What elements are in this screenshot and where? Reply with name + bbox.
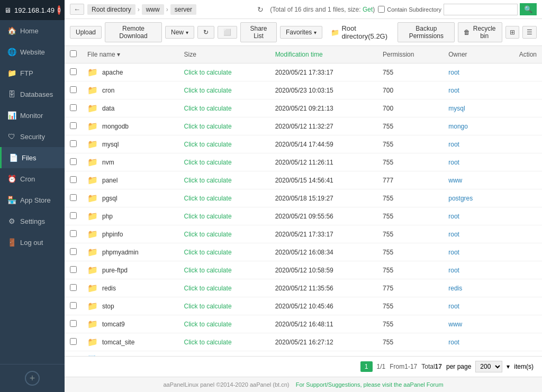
file-name[interactable]: mongodb	[102, 123, 129, 130]
owner[interactable]: root	[448, 267, 459, 274]
select-all-checkbox[interactable]	[70, 50, 77, 57]
row-checkbox-15[interactable]	[70, 338, 77, 345]
row-checkbox-1[interactable]	[70, 86, 77, 93]
owner[interactable]: root	[448, 249, 459, 256]
size-calculate[interactable]: Click to calculate	[184, 141, 232, 148]
size-calculate[interactable]: Click to calculate	[184, 159, 232, 166]
size-calculate[interactable]: Click to calculate	[184, 285, 232, 292]
row-checkbox-10[interactable]	[70, 248, 77, 255]
new-button[interactable]: New	[165, 26, 194, 39]
file-name[interactable]: data	[102, 105, 114, 112]
row-checkbox-0[interactable]	[70, 68, 77, 75]
row-checkbox-7[interactable]	[70, 194, 77, 201]
file-name[interactable]: php	[102, 213, 113, 220]
sidebar-item-monitor[interactable]: 📊Monitor	[0, 105, 65, 126]
row-checkbox-9[interactable]	[70, 230, 77, 237]
sidebar-item-ftp[interactable]: 📁FTP	[0, 62, 65, 84]
page-1-button[interactable]: 1	[360, 361, 373, 372]
owner[interactable]: www	[448, 321, 462, 328]
search-input[interactable]	[444, 4, 518, 15]
size-calculate[interactable]: Click to calculate	[184, 177, 232, 184]
breadcrumb-seg-2[interactable]: server	[170, 4, 196, 15]
file-name[interactable]: panel	[102, 177, 118, 184]
row-checkbox-8[interactable]	[70, 212, 77, 219]
get-size-link[interactable]: Get	[363, 6, 373, 13]
size-calculate[interactable]: Click to calculate	[184, 123, 232, 130]
contain-subdirectory-checkbox[interactable]	[378, 6, 385, 13]
row-checkbox-13[interactable]	[70, 302, 77, 309]
sidebar-item-security[interactable]: 🛡Security	[0, 126, 65, 147]
sidebar-item-appstore[interactable]: 🏪App Store	[0, 189, 65, 211]
back-button[interactable]: ←	[70, 4, 84, 15]
row-checkbox-14[interactable]	[70, 320, 77, 327]
breadcrumb-seg-0[interactable]: Root directory	[87, 4, 136, 15]
col-filename[interactable]: File name ▾	[82, 46, 179, 63]
file-name[interactable]: tomcat_site	[102, 339, 134, 346]
row-checkbox-11[interactable]	[70, 266, 77, 273]
sidebar-item-logout[interactable]: 🚪Log out	[0, 232, 65, 253]
owner[interactable]: mysql	[448, 105, 465, 112]
row-checkbox-5[interactable]	[70, 158, 77, 165]
sidebar-item-databases[interactable]: 🗄Databases	[0, 84, 65, 105]
owner[interactable]: root	[448, 141, 459, 148]
backup-permissions-button[interactable]: Backup Permissions	[398, 22, 455, 42]
refresh-button[interactable]: ↻	[254, 4, 267, 15]
size-calculate[interactable]: Click to calculate	[184, 213, 232, 220]
sidebar-item-cron[interactable]: ⏰Cron	[0, 168, 65, 189]
list-view-button[interactable]: ☰	[522, 26, 537, 39]
search-button[interactable]: 🔍	[520, 3, 537, 15]
size-calculate[interactable]: Click to calculate	[184, 105, 232, 112]
row-checkbox-2[interactable]	[70, 104, 77, 111]
owner[interactable]: mongo	[448, 123, 468, 130]
file-name[interactable]: pgsql	[102, 195, 118, 202]
file-name[interactable]: pure-ftpd	[102, 267, 128, 274]
row-checkbox-6[interactable]	[70, 176, 77, 183]
size-calculate[interactable]: Click to calculate	[184, 87, 232, 94]
owner[interactable]: redis	[448, 285, 462, 292]
size-calculate[interactable]: Click to calculate	[184, 321, 232, 328]
grid-view-button[interactable]: ⊞	[505, 26, 519, 39]
breadcrumb-seg-1[interactable]: www	[142, 4, 164, 15]
favorites-button[interactable]: Favorites	[280, 26, 322, 39]
size-calculate[interactable]: Click to calculate	[184, 249, 232, 256]
share-list-button[interactable]: Share List	[240, 22, 277, 42]
row-checkbox-4[interactable]	[70, 140, 77, 147]
file-name[interactable]: phpmyadmin	[102, 249, 139, 256]
upload-button[interactable]: Upload	[70, 26, 102, 39]
file-name[interactable]: stop	[102, 303, 114, 310]
owner[interactable]: root	[448, 87, 459, 94]
file-name[interactable]: phpinfo	[102, 231, 123, 238]
owner[interactable]: postgres	[448, 195, 473, 202]
row-checkbox-3[interactable]	[70, 122, 77, 129]
file-name[interactable]: apache	[102, 69, 123, 76]
sidebar-item-website[interactable]: 🌐Website	[0, 41, 65, 62]
file-name[interactable]: tomcat9	[102, 321, 125, 328]
row-checkbox-12[interactable]	[70, 284, 77, 291]
size-calculate[interactable]: Click to calculate	[184, 69, 232, 76]
size-calculate[interactable]: Click to calculate	[184, 231, 232, 238]
recycle-bin-button[interactable]: 🗑 Recycle bin	[458, 22, 502, 42]
file-name[interactable]: nvm	[102, 159, 114, 166]
size-calculate[interactable]: Click to calculate	[184, 303, 232, 310]
per-page-select[interactable]: 200 50 100	[475, 361, 502, 372]
owner[interactable]: root	[448, 303, 459, 310]
support-link[interactable]: For Support/Suggestions, please visit th…	[296, 381, 444, 388]
owner[interactable]: root	[448, 231, 459, 238]
add-server-button[interactable]: +	[25, 371, 40, 386]
remote-download-button[interactable]: Remote Download	[105, 22, 162, 42]
terminal-button[interactable]: ⬜	[218, 26, 237, 39]
sidebar-item-home[interactable]: 🏠Home	[0, 20, 65, 41]
file-name[interactable]: redis	[102, 285, 116, 292]
sidebar-item-files[interactable]: 📄Files	[0, 147, 65, 168]
refresh-files-button[interactable]: ↻	[197, 26, 214, 39]
sidebar-item-settings[interactable]: ⚙Settings	[0, 211, 65, 232]
file-name[interactable]: mysql	[102, 141, 119, 148]
owner[interactable]: root	[448, 213, 459, 220]
owner[interactable]: root	[448, 339, 459, 346]
size-calculate[interactable]: Click to calculate	[184, 195, 232, 202]
size-calculate[interactable]: Click to calculate	[184, 267, 232, 274]
owner[interactable]: root	[448, 159, 459, 166]
owner[interactable]: root	[448, 69, 459, 76]
file-name[interactable]: cron	[102, 87, 114, 94]
owner[interactable]: www	[448, 177, 462, 184]
